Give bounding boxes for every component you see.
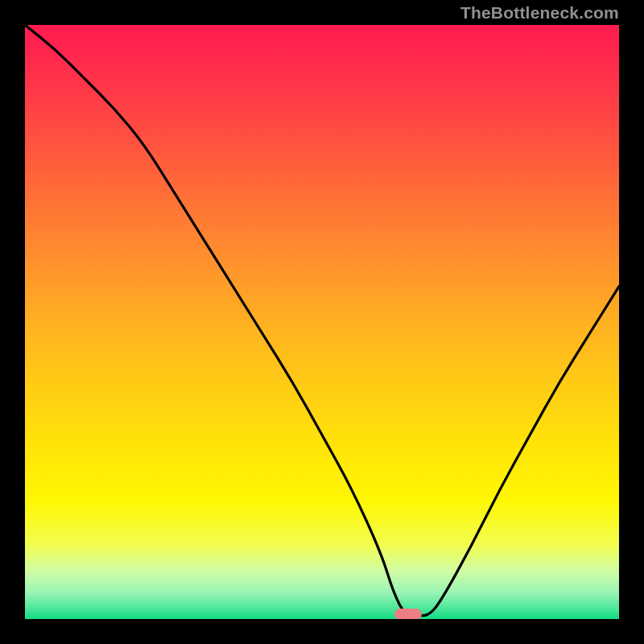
watermark-text: TheBottleneck.com [460,3,619,23]
optimal-marker [394,609,422,619]
chart-frame: TheBottleneck.com [0,0,644,644]
plot-area [25,25,619,619]
bottleneck-curve [25,25,619,619]
